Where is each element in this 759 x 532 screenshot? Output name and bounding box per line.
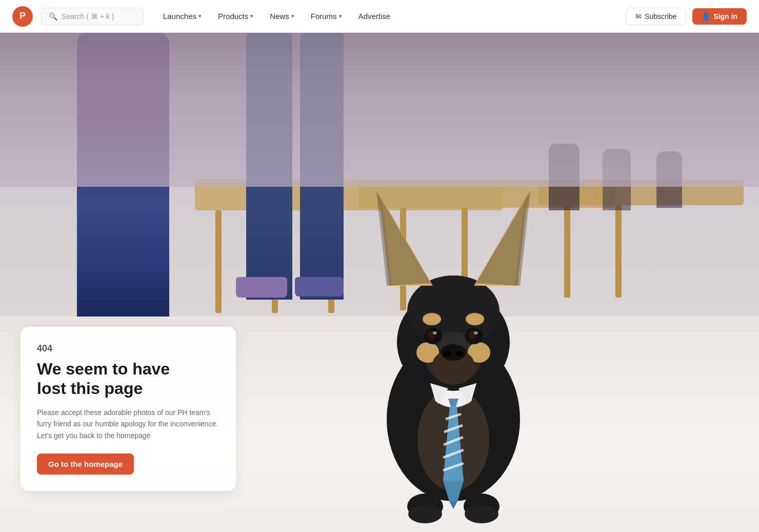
chevron-down-icon: ▾ — [250, 13, 253, 19]
svg-point-8 — [423, 313, 441, 325]
site-logo[interactable]: P — [12, 6, 33, 27]
signin-button[interactable]: 👤 Sign in — [692, 8, 747, 25]
table-leg-1 — [215, 210, 222, 313]
nav-item-forums[interactable]: Forums ▾ — [304, 8, 349, 25]
svg-marker-28 — [476, 191, 530, 286]
table-leg-7 — [615, 205, 622, 298]
subscribe-label: Subscribe — [645, 12, 676, 21]
search-box[interactable]: 🔍 Search ( ⌘ + k ) — [41, 8, 144, 25]
navbar: P 🔍 Search ( ⌘ + k ) Launches ▾ Products… — [0, 0, 759, 33]
error-description: Please accept these adorable photos of o… — [37, 407, 219, 441]
nav-item-launches[interactable]: Launches ▾ — [156, 8, 209, 25]
person-left-shoe — [236, 277, 287, 298]
svg-point-15 — [444, 351, 451, 356]
chevron-down-icon: ▾ — [339, 13, 342, 19]
back-wall — [0, 33, 759, 187]
nav-label-products: Products — [218, 12, 248, 21]
svg-point-22 — [474, 331, 478, 334]
homepage-button-label: Go to the homepage — [48, 460, 123, 468]
search-placeholder: Search ( ⌘ + k ) — [62, 12, 114, 21]
subscribe-icon: ✉ — [635, 12, 642, 21]
nav-links: Launches ▾ Products ▾ News ▾ Forums ▾ Ad… — [156, 8, 622, 25]
nav-label-news: News — [270, 12, 289, 21]
svg-marker-27 — [376, 191, 430, 286]
nav-item-products[interactable]: Products ▾ — [211, 8, 261, 25]
svg-point-5 — [465, 505, 498, 523]
signin-label: Sign in — [713, 12, 737, 21]
nav-label-advertise: Advertise — [358, 12, 391, 21]
error-code: 404 — [37, 343, 219, 354]
error-title: We seem to have lost this page — [37, 359, 219, 399]
nav-label-forums: Forums — [311, 12, 337, 21]
chevron-down-icon: ▾ — [291, 13, 294, 19]
subscribe-button[interactable]: ✉ Subscribe — [626, 8, 686, 25]
svg-point-4 — [408, 505, 442, 523]
svg-point-9 — [466, 313, 484, 325]
nav-actions: ✉ Subscribe 👤 Sign in — [626, 8, 747, 25]
error-card: 404 We seem to have lost this page Pleas… — [21, 327, 236, 491]
chevron-down-icon: ▾ — [198, 13, 202, 19]
user-icon: 👤 — [702, 12, 710, 21]
search-icon: 🔍 — [49, 12, 57, 21]
nav-item-advertise[interactable]: Advertise — [351, 8, 398, 25]
svg-marker-37 — [449, 501, 457, 509]
svg-point-21 — [433, 331, 437, 334]
error-title-line2: lost this page — [37, 379, 143, 398]
error-title-line1: We seem to have — [37, 360, 170, 378]
nav-item-news[interactable]: News ▾ — [263, 8, 302, 25]
nav-label-launches: Launches — [163, 12, 196, 21]
homepage-button[interactable]: Go to the homepage — [37, 454, 134, 475]
svg-point-16 — [456, 351, 463, 356]
